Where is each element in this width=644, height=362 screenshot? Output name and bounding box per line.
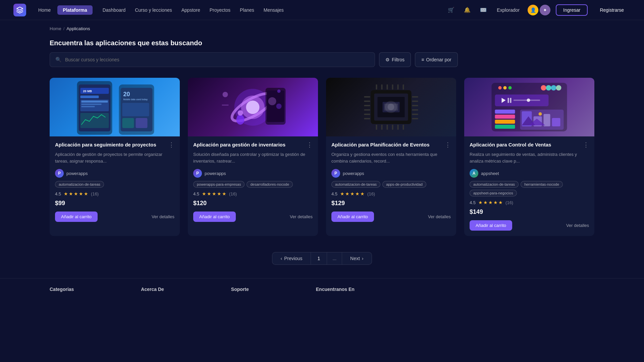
card-body-4: Aplicación para Control de Ventas ⋮ Real… — [464, 136, 594, 236]
card-price-2: $120 — [193, 200, 313, 207]
breadcrumb-separator: / — [63, 26, 65, 31]
previous-button[interactable]: ‹ Previous — [272, 252, 310, 264]
add-cart-button-1[interactable]: Añadir al carrito — [55, 212, 98, 222]
avatar-badge[interactable]: ✦ — [540, 5, 550, 15]
previous-label: Previous — [284, 256, 302, 261]
app-card-2: Aplicación para gestión de inventarios ⋮… — [188, 78, 318, 236]
tag-2-0[interactable]: powerapps-para-empresas — [193, 181, 245, 188]
card-image-4 — [464, 78, 594, 136]
nav-links: Dashboard Curso y lecciones Appstore Pro… — [103, 7, 284, 13]
tag-1-0[interactable]: automatizacion-de-tareas — [55, 181, 104, 188]
footer-col-acerca: Acerca De — [141, 287, 164, 292]
navbar: Home Plataforma Dashboard Curso y leccio… — [0, 0, 644, 20]
svg-rect-4 — [80, 96, 99, 98]
card-rating-3: 4.5 ★★★★★ (16) — [331, 191, 451, 196]
nav-link-mensajes[interactable]: Mensajes — [264, 7, 284, 13]
add-cart-button-2[interactable]: Añadir al carrito — [193, 212, 236, 222]
ver-detalles-link-4[interactable]: Ver detalles — [566, 223, 589, 228]
nav-link-cursos[interactable]: Curso y lecciones — [135, 7, 172, 13]
search-section: 🔍 ⚙ Filtros ≡ Ordenar por — [0, 52, 644, 67]
svg-text:Mobile data used today: Mobile data used today — [123, 98, 148, 101]
logo[interactable] — [13, 4, 26, 16]
breadcrumb: Home / Applications — [0, 20, 644, 31]
card-desc-3: Organiza y gestiona eventos con esta her… — [331, 151, 451, 164]
bell-icon[interactable]: 🔔 — [462, 5, 473, 15]
breadcrumb-current: Applications — [66, 26, 90, 31]
svg-rect-55 — [376, 125, 377, 130]
nav-link-appstore[interactable]: Appstore — [181, 7, 200, 13]
svg-point-25 — [236, 115, 245, 125]
chevron-left-icon: ‹ — [280, 256, 282, 261]
provider-icon-1: P — [55, 169, 64, 178]
svg-rect-6 — [82, 101, 108, 103]
ver-detalles-link-1[interactable]: Ver detalles — [152, 214, 174, 219]
tag-3-1[interactable]: apps-de-productividad — [382, 181, 426, 188]
svg-rect-71 — [508, 98, 509, 103]
filter-button[interactable]: ⚙ Filtros — [379, 52, 411, 67]
sort-label: Ordenar por — [426, 57, 451, 62]
pagination-section: ‹ Previous 1 ... Next › — [0, 247, 644, 278]
provider-name-3: powerapps — [343, 171, 364, 176]
rating-number-1: 4.5 — [55, 191, 61, 196]
tag-4-0[interactable]: automatizacion-de-tareas — [470, 181, 519, 188]
stars-2: ★★★★★ — [202, 191, 226, 196]
breadcrumb-home[interactable]: Home — [50, 26, 61, 31]
ingresar-button[interactable]: Ingresar — [556, 4, 588, 16]
svg-text:20 MB: 20 MB — [83, 89, 92, 93]
add-cart-button-4[interactable]: Añadir al carrito — [470, 220, 512, 231]
registrarse-button[interactable]: Registrarse — [593, 5, 631, 15]
svg-rect-16 — [136, 118, 148, 128]
card-provider-3: P powerapps — [331, 169, 451, 178]
filter-icon: ⚙ — [385, 57, 390, 62]
mail-icon[interactable]: ✉️ — [478, 5, 489, 15]
svg-rect-50 — [381, 84, 383, 89]
card-menu-4[interactable]: ⋮ — [583, 142, 589, 148]
nav-link-dashboard[interactable]: Dashboard — [103, 7, 126, 13]
card-footer-1: Añadir al carrito Ver detalles — [55, 212, 174, 222]
tag-4-2[interactable]: appsheet-para-negocios — [470, 190, 517, 196]
page-title: Encuentra las aplicaciones que estas bus… — [50, 39, 594, 47]
explorador-label[interactable]: Explorador — [494, 7, 522, 13]
rating-count-4: (16) — [505, 200, 513, 205]
rating-number-2: 4.5 — [193, 191, 199, 196]
svg-rect-47 — [412, 114, 418, 115]
footer-col-soporte: Soporte — [231, 287, 249, 292]
app-card-3: Aplicación para Planificación de Eventos… — [326, 78, 456, 236]
svg-rect-52 — [392, 84, 393, 89]
sort-button[interactable]: ≡ Ordenar por — [415, 52, 458, 67]
card-menu-2[interactable]: ⋮ — [307, 142, 313, 148]
next-button[interactable]: Next › — [342, 252, 371, 264]
nav-link-planes[interactable]: Planes — [240, 7, 254, 13]
card-rating-4: 4.5 ★★★★★ (16) — [470, 200, 589, 205]
tag-2-1[interactable]: desarrolladores-nocode — [247, 181, 293, 188]
avatar-icon[interactable]: 👤 — [528, 5, 538, 15]
search-icon: 🔍 — [55, 57, 62, 63]
svg-point-23 — [268, 97, 276, 105]
provider-icon-3: P — [331, 169, 340, 178]
search-input[interactable] — [65, 57, 369, 62]
add-cart-button-3[interactable]: Añadir al carrito — [331, 212, 374, 222]
card-menu-1[interactable]: ⋮ — [168, 142, 174, 148]
card-provider-2: P powerapps — [193, 169, 313, 178]
svg-rect-60 — [403, 125, 404, 130]
svg-rect-40 — [364, 109, 370, 111]
card-image-2 — [188, 78, 318, 136]
card-menu-3[interactable]: ⋮ — [445, 142, 451, 148]
svg-rect-58 — [392, 125, 393, 130]
svg-point-63 — [503, 86, 507, 89]
svg-rect-53 — [397, 84, 399, 89]
footer-col-encuentranos: Encuentranos En — [316, 287, 355, 292]
provider-name-4: appsheet — [481, 171, 499, 176]
cart-icon[interactable]: 🛒 — [446, 5, 457, 15]
rating-count-1: (16) — [91, 191, 99, 196]
card-provider-1: P powerapps — [55, 169, 174, 178]
tag-3-0[interactable]: automatizacion-de-tareas — [331, 181, 380, 188]
ver-detalles-link-2[interactable]: Ver detalles — [290, 214, 313, 219]
page-number[interactable]: 1 — [311, 252, 327, 264]
nav-tab-home[interactable]: Home — [33, 5, 56, 15]
ver-detalles-link-3[interactable]: Ver detalles — [428, 214, 451, 219]
card-tags-3: automatizacion-de-tareas apps-de-product… — [331, 181, 451, 188]
nav-link-proyectos[interactable]: Proyectos — [210, 7, 230, 13]
tag-4-1[interactable]: herramientas-nocode — [521, 181, 563, 188]
nav-tab-plataforma[interactable]: Plataforma — [57, 5, 92, 15]
